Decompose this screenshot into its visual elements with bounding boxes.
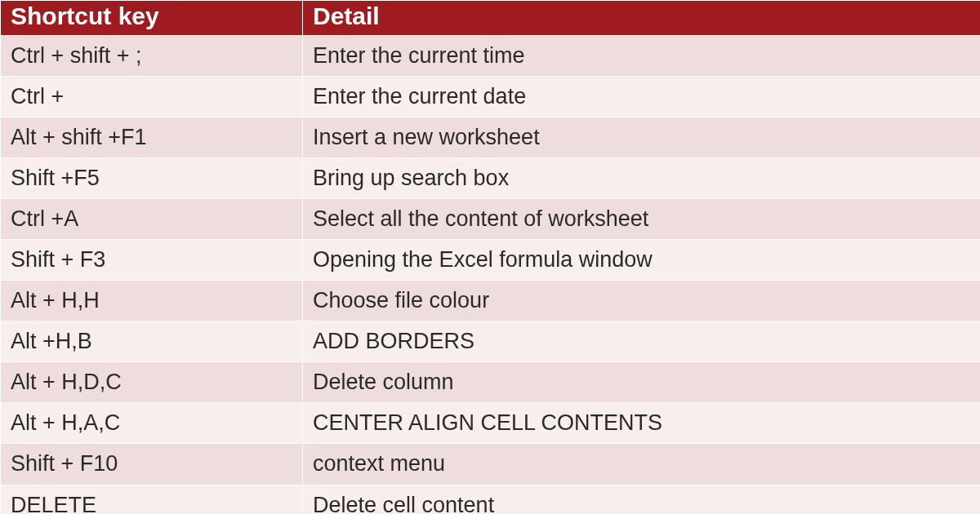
- table-row: Shift + F10 context menu: [1, 444, 981, 485]
- table-row: DELETE Delete cell content: [1, 485, 981, 514]
- cell-detail: Opening the Excel formula window: [303, 240, 981, 281]
- cell-shortcut: Shift + F10: [1, 444, 303, 485]
- table-row: Alt + H,D,C Delete column: [1, 362, 981, 403]
- table-header-row: Shortcut key Detail: [1, 1, 981, 36]
- cell-shortcut: Alt + H,A,C: [1, 403, 303, 444]
- cell-shortcut: Shift +F5: [1, 158, 303, 199]
- cell-shortcut: Alt + shift +F1: [1, 117, 303, 158]
- table-row: Shift + F3 Opening the Excel formula win…: [1, 240, 981, 281]
- shortcuts-table: Shortcut key Detail Ctrl + shift + ; Ent…: [0, 0, 980, 514]
- cell-detail: Delete cell content: [303, 485, 981, 514]
- cell-shortcut: Alt + H,D,C: [1, 362, 303, 403]
- cell-shortcut: Ctrl +A: [1, 199, 303, 240]
- table-row: Alt + shift +F1 Insert a new worksheet: [1, 117, 981, 158]
- cell-detail: ADD BORDERS: [303, 321, 981, 362]
- cell-shortcut: Ctrl +: [1, 77, 303, 117]
- cell-detail: Select all the content of worksheet: [303, 199, 981, 240]
- header-detail: Detail: [303, 1, 981, 36]
- cell-detail: context menu: [303, 444, 981, 485]
- table-row: Ctrl + Enter the current date: [1, 77, 981, 117]
- table-row: Ctrl +A Select all the content of worksh…: [1, 199, 981, 240]
- cell-detail: Delete column: [303, 362, 981, 403]
- table-row: Ctrl + shift + ; Enter the current time: [1, 36, 981, 77]
- cell-shortcut: Shift + F3: [1, 240, 303, 281]
- table-row: Alt +H,B ADD BORDERS: [1, 321, 981, 362]
- table-row: Alt + H,H Choose file colour: [1, 281, 981, 321]
- cell-shortcut: Alt +H,B: [1, 321, 303, 362]
- cell-shortcut: DELETE: [1, 485, 303, 514]
- cell-shortcut: Ctrl + shift + ;: [1, 36, 303, 77]
- table-row: Alt + H,A,C CENTER ALIGN CELL CONTENTS: [1, 403, 981, 444]
- cell-detail: Bring up search box: [303, 158, 981, 199]
- cell-detail: CENTER ALIGN CELL CONTENTS: [303, 403, 981, 444]
- header-shortcut: Shortcut key: [1, 1, 303, 36]
- cell-detail: Enter the current date: [303, 77, 981, 117]
- cell-detail: Insert a new worksheet: [303, 117, 981, 158]
- table-body: Ctrl + shift + ; Enter the current time …: [1, 36, 981, 515]
- cell-shortcut: Alt + H,H: [1, 281, 303, 321]
- cell-detail: Choose file colour: [303, 281, 981, 321]
- cell-detail: Enter the current time: [303, 36, 981, 77]
- table-row: Shift +F5 Bring up search box: [1, 158, 981, 199]
